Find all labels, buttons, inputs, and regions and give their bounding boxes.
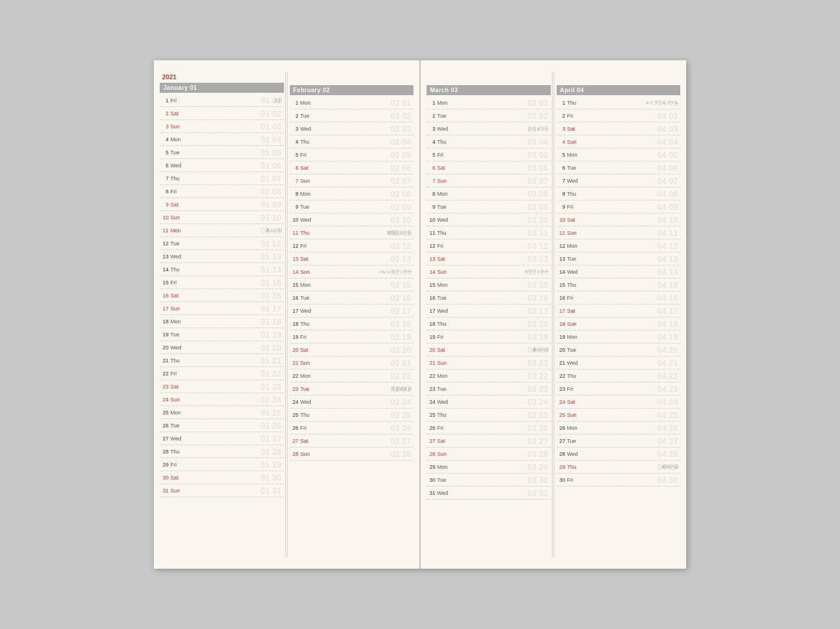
day-name: Tue: [437, 386, 453, 392]
day-number: 9: [557, 204, 567, 210]
table-row: 14Thu01 14: [160, 263, 284, 276]
table-row: 19Fri03 19: [427, 330, 551, 343]
day-name: Mon: [567, 425, 583, 431]
day-note: バレンタインデー: [316, 269, 414, 275]
day-name: Tue: [170, 241, 186, 247]
day-note: ひなまつり: [453, 126, 551, 132]
ghost-watermark: 01 31: [260, 486, 281, 495]
day-number: 17: [427, 308, 437, 314]
day-name: Mon: [301, 373, 316, 379]
day-name: Mon: [437, 191, 453, 197]
day-name: Wed: [567, 360, 583, 366]
day-name: Fri: [567, 295, 583, 301]
day-number: 29: [427, 464, 437, 470]
ghost-watermark: 01 19: [260, 330, 281, 339]
ghost-watermark: 01 03: [260, 122, 281, 131]
day-number: 19: [557, 334, 567, 340]
day-number: 31: [427, 490, 437, 496]
day-number: 20: [160, 345, 170, 351]
table-row: 8Fri01 08: [160, 185, 284, 198]
ghost-watermark: 04 11: [657, 228, 678, 238]
table-row: 4Sun04 04: [557, 135, 681, 148]
month-january: 2021 January 01 1Fri元日01 012Sat01 023Sun…: [159, 72, 286, 557]
apr-spacer: [557, 72, 681, 85]
day-number: 16: [557, 295, 567, 301]
day-number: 11: [557, 230, 567, 236]
day-number: 11: [290, 230, 301, 236]
ghost-watermark: 03 13: [527, 254, 548, 264]
day-number: 1: [427, 100, 437, 106]
day-name: Thu: [301, 321, 316, 327]
day-name: Wed: [567, 178, 583, 184]
table-row: 11Thu建国記念の日02 11: [290, 226, 414, 239]
day-number: 30: [160, 475, 170, 481]
day-number: 27: [160, 436, 170, 442]
table-row: 19Fri02 19: [290, 330, 414, 343]
day-name: Wed: [437, 126, 453, 132]
table-row: 24Sat04 24: [557, 395, 681, 408]
ghost-watermark: 01 21: [260, 356, 281, 365]
day-name: Mon: [301, 282, 316, 288]
day-name: Tue: [301, 113, 316, 119]
day-number: 2: [427, 113, 437, 119]
day-number: 18: [290, 321, 301, 327]
day-number: 25: [160, 410, 170, 416]
day-name: Wed: [301, 126, 316, 132]
day-number: 20: [427, 347, 437, 353]
ghost-watermark: 01 22: [260, 369, 281, 378]
table-row: 11Thu03 11: [427, 226, 551, 239]
table-row: 12Fri03 12: [427, 239, 551, 252]
ghost-watermark: 04 23: [657, 384, 678, 394]
ghost-watermark: 04 24: [657, 397, 678, 407]
table-row: 3Wed02 03: [290, 122, 414, 135]
table-row: 1Fri元日01 01: [160, 94, 284, 107]
day-number: 24: [290, 399, 301, 405]
day-name: Fri: [437, 334, 453, 340]
table-row: 27Wed01 27: [160, 432, 284, 445]
day-number: 27: [427, 438, 437, 444]
ghost-watermark: 03 04: [527, 137, 548, 147]
ghost-watermark: 01 14: [260, 265, 281, 274]
day-name: Fri: [301, 425, 316, 431]
day-number: 5: [160, 150, 170, 155]
day-name: Fri: [567, 113, 583, 119]
day-name: Tue: [170, 332, 186, 338]
day-name: Tue: [437, 295, 453, 301]
ghost-watermark: 01 18: [260, 317, 281, 326]
day-name: Tue: [567, 438, 583, 444]
table-row: 16Fri04 16: [557, 291, 681, 304]
day-name: Thu: [170, 176, 186, 181]
day-name: Sat: [567, 217, 583, 223]
day-name: Wed: [567, 451, 583, 457]
ghost-watermark: 03 24: [527, 397, 548, 407]
day-name: Sat: [567, 399, 583, 405]
ghost-watermark: 04 27: [657, 436, 678, 446]
day-note: 成人の日: [186, 228, 284, 234]
table-row: 30Fri04 30: [557, 474, 681, 487]
table-row: 7Sun03 07: [427, 174, 551, 187]
ghost-watermark: 04 16: [657, 293, 678, 303]
table-row: 29Fri01 29: [160, 458, 284, 471]
table-row: 29Thu昭和の日04 29: [557, 461, 681, 474]
ghost-watermark: 01 23: [260, 382, 281, 391]
day-name: Sun: [567, 412, 583, 418]
day-number: 19: [427, 334, 437, 340]
months-left: 2021 January 01 1Fri元日01 012Sat01 023Sun…: [159, 72, 415, 557]
day-number: 2: [160, 111, 170, 116]
table-row: 5Mon04 05: [557, 148, 681, 161]
day-name: Sun: [170, 306, 186, 312]
day-name: Fri: [567, 477, 583, 483]
table-row: 14Sunバレンタインデー02 14: [290, 265, 414, 278]
table-row: 1Mon03 01: [427, 96, 551, 109]
table-row: 5Fri02 05: [290, 148, 414, 161]
day-name: Sun: [567, 321, 583, 327]
table-row: 16Tue03 16: [427, 291, 551, 304]
day-name: Thu: [301, 412, 316, 418]
ghost-watermark: 04 06: [657, 163, 678, 173]
ghost-watermark: 02 28: [390, 449, 411, 459]
day-name: Fri: [301, 243, 316, 249]
table-row: 16Tue02 16: [290, 291, 414, 304]
table-row: 30Tue03 30: [427, 474, 551, 487]
day-number: 8: [290, 191, 301, 197]
day-name: Sun: [301, 178, 316, 184]
